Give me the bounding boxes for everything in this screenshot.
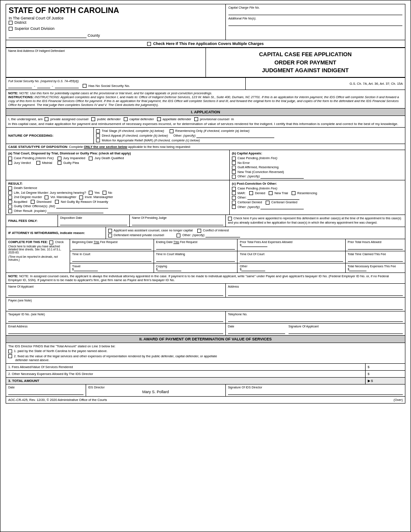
capital-defender-label: capital defender [129,117,154,121]
ids-date-label: Date [8,386,83,389]
denied-checkbox[interactable] [249,191,253,195]
invol-manslaughter-checkbox[interactable] [79,195,83,199]
check-time-checkbox[interactable] [49,240,53,244]
new-trial-post-checkbox[interactable] [269,191,273,195]
mistrial-checkbox[interactable] [36,161,40,165]
public-defender-label: public defender [97,117,121,121]
no-longer-capital-checkbox[interactable] [108,229,112,233]
line3-label: 3. TOTAL AMOUNT [6,378,366,385]
life-1st-checkbox[interactable] [8,191,12,195]
private-counsel-checkbox[interactable] [45,117,48,121]
no-ssn-label: Has No Social Security No. [88,84,130,88]
other-post-checkbox[interactable] [232,196,236,200]
presiding-judge-label: Name Of Presiding Judge [132,216,223,219]
line2-label: 2. Other Necessary Expenses Allowed By T… [6,371,366,378]
resentencing-checkbox[interactable] [170,129,173,133]
another-case-checkbox[interactable] [228,217,232,221]
other-specify-post-checkbox[interactable] [232,205,236,209]
guilty-plea-checkbox[interactable] [58,161,61,165]
final-fees-label: FINAL FEES ONLY: [8,219,38,223]
ids-signature-label: Signature Of IDS Director [228,386,403,389]
lines-table: 1. Fees Allowed/Value Of Services Render… [6,364,405,385]
other-result-checkbox[interactable] [8,209,12,213]
no-error-checkbox[interactable] [232,161,236,165]
case-pending-trial-checkbox[interactable] [8,157,12,160]
new-trial-checkbox[interactable] [232,170,236,174]
provisional-counsel-label: provisional counsel [200,117,229,121]
resentencing-post-checkbox[interactable] [292,191,295,195]
direct-appeal-checkbox[interactable] [96,134,100,138]
trial-stage-checkbox[interactable] [96,129,100,133]
multiple-charges-checkbox[interactable] [147,42,151,46]
section1-header: I. APPLICATION [6,109,405,116]
vol-manslaughter-checkbox[interactable] [45,195,48,199]
mar-checkbox[interactable] [96,138,100,142]
yes-checkbox[interactable] [89,191,93,195]
withdrawing-label: IF ATTORNEY IS WITHDRAWING, indicate rea… [8,231,85,235]
another-case-note: Check here if you were appointed to repr… [228,217,401,224]
superior-label: Superior Court Division [15,26,55,31]
nature-label: NATURE OF PROCEEDING: [8,134,54,138]
post-case-pending-checkbox[interactable] [232,187,236,191]
form-title-line3: JUDGMENT AGAINST INDIGENT [209,67,403,74]
acquitted-checkbox[interactable] [8,200,12,204]
final-fees-table: FINAL FEES ONLY: Disposition Date Name O… [6,215,405,227]
ids-director-name: Mary S. Pollard [88,390,223,394]
copying-label: Copying [156,265,167,268]
cap-case-pending-checkbox[interactable] [232,157,236,160]
instructions-label: INSTRUCTIONS: [8,95,35,99]
total-necessary-expenses-label: Total Necessary Expenses This Fee [348,265,396,268]
certiorari-granted-checkbox[interactable] [266,201,270,205]
guilty-other-checkbox[interactable] [8,205,12,208]
mar-post-checkbox[interactable] [232,191,236,195]
cap-other-checkbox[interactable] [232,175,236,179]
other-withdraw-checkbox[interactable] [177,234,180,237]
fixed-value-checkbox[interactable] [8,354,12,358]
dismissed-checkbox[interactable] [31,200,35,204]
multiple-charges-label: Check Here If This Fee Application Cover… [153,42,264,46]
court-line: In The General Court Of Justice [9,16,64,20]
disposition-table: (a) Trial Court, Disposed by Trial, Dism… [6,150,405,180]
state-title: STATE OF NORTH CAROLINA [9,6,119,15]
ids-finds: The IDS Director FINDS that the "Total A… [6,343,405,364]
conflict-interest-checkbox[interactable] [197,229,201,233]
note2: NOTE: NOTE: In assigned counsel cases, t… [6,273,405,284]
certiorari-denied-checkbox[interactable] [232,201,236,205]
travel-label: Travel [72,265,80,268]
not-guilty-insanity-checkbox[interactable] [55,200,59,204]
other-specify-label: Other: (specify) [173,134,196,138]
provisional-counsel-checkbox[interactable] [194,117,198,121]
no-ssn-checkbox[interactable] [83,84,87,88]
district-checkbox[interactable] [9,21,13,25]
superior-checkbox[interactable] [9,27,13,31]
other-expenses-label: Other [240,265,247,268]
capital-file-label: Capital Charge File No. [228,6,402,9]
paid-state-checkbox[interactable] [8,349,12,353]
jury-death-qualified-checkbox[interactable] [89,157,93,160]
jury-verdict-checkbox[interactable] [8,161,12,165]
header-table: STATE OF NORTH CAROLINA In The General C… [6,4,405,48]
appellate-defender-checkbox[interactable] [157,117,161,121]
public-defender-checkbox[interactable] [91,117,95,121]
no-checkbox[interactable] [103,191,106,195]
form-id: AOC-CR-425, Rev. 12/20, © 2020 Administr… [8,398,107,402]
death-sentence-checkbox[interactable] [8,186,12,190]
capital-appeals-header: (b) Capital Appeals: [232,151,403,155]
time-in-court-waiting-label: Time In Court Waiting [156,253,185,256]
retained-private-checkbox[interactable] [108,234,112,237]
note-label: NOTE: [8,91,19,95]
applicant-table: Name Of Applicant Address Payee (see Not… [6,284,405,336]
address-label: Address [228,285,403,288]
result-label: RESULT: [8,182,227,186]
decimal-note: (Time must be reported in decimals, not … [8,255,67,261]
trial-court-header: (a) Trial Court, Disposed by Trial, Dism… [8,151,227,155]
2nd-degree-checkbox[interactable] [8,195,12,199]
capital-defender-checkbox[interactable] [124,117,128,121]
additional-file-label: Additional File No(s). [228,17,402,20]
taxpayer-label: Taxpayer ID No. (see Note) [8,313,223,316]
new-trial-label: New Trial (Conviction Reversed) [238,170,284,174]
guilt-affirmed-checkbox[interactable] [232,166,236,170]
prior-total-fees-label: Prior Total Fees And Expenses Allowed [240,240,292,244]
email-label: Email Address [8,325,223,328]
jury-impaneled-checkbox[interactable] [58,157,61,160]
